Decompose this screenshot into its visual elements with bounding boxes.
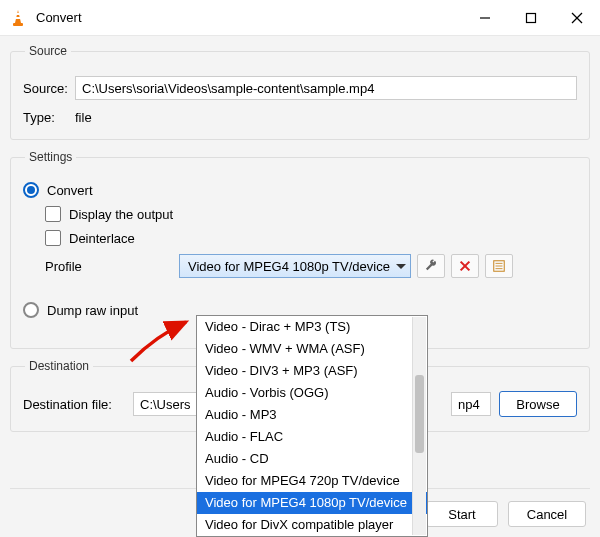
deinterlace-checkbox[interactable]: Deinterlace bbox=[45, 230, 577, 246]
chevron-down-icon bbox=[396, 264, 406, 269]
dump-raw-label: Dump raw input bbox=[47, 303, 138, 318]
source-input[interactable] bbox=[75, 76, 577, 100]
checkbox-icon bbox=[45, 206, 61, 222]
window-controls bbox=[462, 0, 600, 36]
deinterlace-label: Deinterlace bbox=[69, 231, 135, 246]
maximize-button[interactable] bbox=[508, 0, 554, 36]
edit-profile-button[interactable] bbox=[417, 254, 445, 278]
dropdown-item[interactable]: Video for MPEG4 720p TV/device bbox=[197, 470, 427, 492]
svg-rect-2 bbox=[15, 17, 20, 19]
type-label: Type: bbox=[23, 110, 75, 125]
destination-input-right[interactable] bbox=[451, 392, 491, 416]
svg-rect-1 bbox=[16, 13, 20, 15]
radio-icon bbox=[23, 302, 39, 318]
minimize-button[interactable] bbox=[462, 0, 508, 36]
destination-legend: Destination bbox=[25, 359, 93, 373]
dropdown-item[interactable]: Video - DIV3 + MP3 (ASF) bbox=[197, 360, 427, 382]
svg-rect-3 bbox=[13, 23, 23, 26]
dropdown-item[interactable]: Video for MPEG4 1080p TV/device bbox=[197, 492, 427, 514]
dialog-footer: Start Cancel bbox=[426, 501, 586, 527]
dropdown-item[interactable]: Video for DivX compatible player bbox=[197, 514, 427, 536]
source-legend: Source bbox=[25, 44, 71, 58]
start-button[interactable]: Start bbox=[426, 501, 498, 527]
dropdown-item[interactable]: Video - WMV + WMA (ASF) bbox=[197, 338, 427, 360]
display-output-checkbox[interactable]: Display the output bbox=[45, 206, 577, 222]
dropdown-item[interactable]: Audio - MP3 bbox=[197, 404, 427, 426]
destination-label: Destination file: bbox=[23, 397, 133, 412]
settings-legend: Settings bbox=[25, 150, 76, 164]
delete-x-icon bbox=[458, 259, 472, 273]
titlebar: Convert bbox=[0, 0, 600, 36]
convert-radio[interactable]: Convert bbox=[23, 182, 577, 198]
dropdown-item[interactable]: Audio - CD bbox=[197, 448, 427, 470]
dropdown-item[interactable]: Audio - FLAC bbox=[197, 426, 427, 448]
client-area: Source Source: Type: file Settings Conve… bbox=[0, 36, 600, 537]
destination-input[interactable] bbox=[133, 392, 197, 416]
type-value: file bbox=[75, 110, 92, 125]
source-label: Source: bbox=[23, 81, 75, 96]
source-group: Source Source: Type: file bbox=[10, 44, 590, 140]
new-list-icon bbox=[492, 259, 506, 273]
radio-icon bbox=[23, 182, 39, 198]
new-profile-button[interactable] bbox=[485, 254, 513, 278]
checkbox-icon bbox=[45, 230, 61, 246]
dropdown-item[interactable]: Video - Dirac + MP3 (TS) bbox=[197, 316, 427, 338]
wrench-icon bbox=[424, 259, 438, 273]
cancel-button[interactable]: Cancel bbox=[508, 501, 586, 527]
profile-dropdown-list[interactable]: Video - Dirac + MP3 (TS)Video - WMV + WM… bbox=[196, 315, 428, 537]
browse-button[interactable]: Browse bbox=[499, 391, 577, 417]
display-output-label: Display the output bbox=[69, 207, 173, 222]
dropdown-item[interactable]: Audio - Vorbis (OGG) bbox=[197, 382, 427, 404]
profile-label: Profile bbox=[23, 259, 173, 274]
svg-rect-5 bbox=[527, 13, 536, 22]
convert-radio-label: Convert bbox=[47, 183, 93, 198]
profile-combobox[interactable]: Video for MPEG4 1080p TV/device bbox=[179, 254, 411, 278]
window-title: Convert bbox=[36, 10, 82, 25]
delete-profile-button[interactable] bbox=[451, 254, 479, 278]
dropdown-scrollbar[interactable] bbox=[412, 317, 426, 535]
close-button[interactable] bbox=[554, 0, 600, 36]
svg-marker-0 bbox=[15, 10, 21, 23]
scrollbar-thumb[interactable] bbox=[415, 375, 424, 453]
profile-selected-text: Video for MPEG4 1080p TV/device bbox=[188, 259, 396, 274]
vlc-cone-icon bbox=[8, 8, 28, 28]
